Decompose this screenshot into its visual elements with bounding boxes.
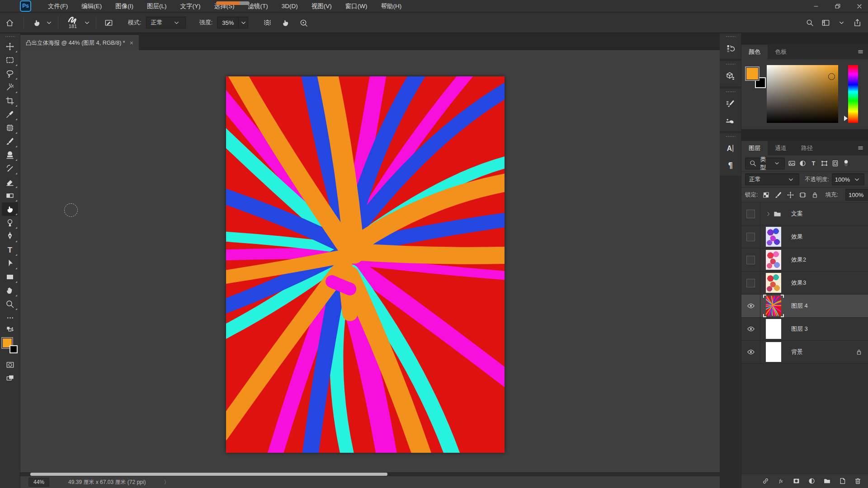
- background-color-swatch[interactable]: [9, 345, 18, 353]
- filter-toggle-switch[interactable]: [842, 160, 850, 167]
- menu-type[interactable]: 文字(Y): [174, 0, 208, 12]
- share-icon[interactable]: [853, 19, 862, 27]
- brushes-panel-icon[interactable]: [722, 112, 740, 129]
- hue-slider-marker[interactable]: [844, 116, 848, 121]
- panel-menu-icon[interactable]: [857, 144, 864, 152]
- lock-image-pixels-icon[interactable]: [774, 191, 782, 199]
- fill-input[interactable]: 100%: [845, 189, 868, 201]
- layer-visibility-checkbox[interactable]: [741, 249, 760, 271]
- layer-effects-icon[interactable]: fx: [777, 477, 785, 485]
- lock-position-icon[interactable]: [787, 191, 794, 199]
- saturation-brightness-field[interactable]: [767, 65, 838, 123]
- shape-tool[interactable]: [2, 270, 18, 284]
- lock-all-icon[interactable]: [811, 191, 819, 199]
- brush-preset-picker[interactable]: 181: [63, 17, 83, 29]
- swap-colors-icon[interactable]: [2, 324, 18, 335]
- workspace-layout-icon[interactable]: [821, 19, 830, 27]
- canvas[interactable]: [226, 76, 505, 453]
- history-panel-icon[interactable]: [722, 40, 740, 57]
- finger-paint-icon[interactable]: [276, 19, 294, 27]
- marquee-tool[interactable]: [2, 53, 18, 67]
- panel-grip[interactable]: [726, 136, 736, 138]
- magic-wand-tool[interactable]: [2, 80, 18, 94]
- layer-thumbnail[interactable]: [766, 250, 781, 270]
- new-group-icon[interactable]: [823, 477, 831, 485]
- canvas-artwork[interactable]: [226, 76, 505, 453]
- dodge-tool[interactable]: [2, 216, 18, 230]
- filter-adjustment-icon[interactable]: [799, 160, 807, 167]
- clone-stamp-tool[interactable]: [2, 148, 18, 162]
- eraser-tool[interactable]: [2, 175, 18, 189]
- layer-thumbnail[interactable]: [766, 296, 781, 316]
- ellipsis-icon[interactable]: [2, 311, 18, 324]
- home-icon[interactable]: [0, 19, 19, 27]
- filter-smart-object-icon[interactable]: [831, 160, 839, 167]
- menu-help[interactable]: 帮助(H): [374, 0, 408, 12]
- lasso-tool[interactable]: [2, 67, 18, 80]
- layer-name[interactable]: 图层 3: [791, 325, 868, 333]
- layer-row-7[interactable]: 背景: [741, 341, 868, 364]
- close-icon[interactable]: [854, 1, 864, 11]
- move-tool[interactable]: [2, 40, 18, 53]
- opacity-input[interactable]: 100%: [832, 174, 864, 185]
- layer-thumbnail[interactable]: [766, 319, 781, 339]
- workspace-chevron-icon[interactable]: [837, 19, 846, 27]
- menu-3d[interactable]: 3D(D): [275, 0, 305, 12]
- screen-mode-icon[interactable]: [2, 371, 18, 385]
- horizontal-scrollbar-thumb[interactable]: [30, 473, 387, 476]
- document-tab[interactable]: 凸出立体海报 @ 44% (图层 4, RGB/8) * ×: [20, 35, 139, 50]
- brush-settings-panel-icon[interactable]: [722, 95, 740, 112]
- tab-color-色板[interactable]: 色板: [768, 45, 794, 59]
- layer-row-5[interactable]: 图层 4: [741, 295, 868, 318]
- filter-image-icon[interactable]: [788, 160, 796, 167]
- new-adjustment-layer-icon[interactable]: [808, 477, 816, 485]
- toggle-brush-panel-icon[interactable]: [101, 19, 116, 27]
- layer-name[interactable]: 效果3: [791, 279, 868, 287]
- layer-name[interactable]: 效果2: [791, 256, 868, 264]
- layer-thumbnail[interactable]: [766, 342, 781, 362]
- tab-layers-路径[interactable]: 路径: [794, 141, 820, 155]
- layer-visibility-eye-icon[interactable]: [741, 295, 760, 317]
- tool-preset-chevron-icon[interactable]: [45, 19, 53, 27]
- toolbar-grip[interactable]: [5, 36, 15, 38]
- panel-grip[interactable]: [726, 63, 736, 66]
- link-layers-icon[interactable]: [762, 477, 769, 485]
- layer-row-4[interactable]: 效果3: [741, 272, 868, 295]
- panel-menu-icon[interactable]: [857, 48, 864, 56]
- eyedropper-tool[interactable]: [2, 108, 18, 121]
- filter-shape-icon[interactable]: [821, 160, 828, 167]
- menu-edit[interactable]: 编辑(E): [75, 0, 108, 12]
- layer-name[interactable]: 文案: [791, 210, 868, 218]
- 3d-panel-icon[interactable]: [722, 67, 740, 84]
- history-brush-tool[interactable]: [2, 162, 18, 175]
- lock-artboard-icon[interactable]: [799, 191, 807, 199]
- panel-grip[interactable]: [726, 36, 736, 38]
- symmetry-icon[interactable]: [258, 19, 276, 27]
- delete-layer-icon[interactable]: [854, 477, 862, 485]
- tab-close-icon[interactable]: ×: [130, 39, 133, 47]
- active-tool-icon[interactable]: [28, 19, 45, 27]
- add-layer-mask-icon[interactable]: [793, 477, 800, 485]
- strength-input[interactable]: 35%: [217, 17, 248, 28]
- blend-mode-select[interactable]: 正常: [745, 174, 799, 185]
- layer-name[interactable]: 效果: [791, 233, 868, 241]
- paragraph-panel-icon[interactable]: ¶: [722, 157, 740, 174]
- filter-type-icon[interactable]: T: [810, 160, 817, 167]
- menu-window[interactable]: 窗口(W): [339, 0, 374, 12]
- menu-image[interactable]: 图像(I): [108, 0, 140, 12]
- layer-thumbnail[interactable]: [766, 227, 781, 247]
- mode-select[interactable]: 正常: [146, 17, 186, 28]
- lock-transparent-pixels-icon[interactable]: [762, 191, 770, 199]
- group-expand-chevron-icon[interactable]: [765, 211, 771, 217]
- zoom-tool[interactable]: [2, 297, 18, 311]
- layer-row-3[interactable]: 效果2: [741, 249, 868, 272]
- color-picker-marker[interactable]: [828, 73, 835, 80]
- new-layer-icon[interactable]: [839, 477, 846, 485]
- type-tool[interactable]: T: [2, 243, 18, 257]
- layer-row-1[interactable]: 文案: [741, 202, 868, 225]
- layer-filter-select[interactable]: 类型: [745, 158, 785, 169]
- layer-row-6[interactable]: 图层 3: [741, 318, 868, 341]
- healing-brush-tool[interactable]: [2, 121, 18, 135]
- gradient-tool[interactable]: [2, 189, 18, 202]
- foreground-color-swatch[interactable]: [746, 67, 759, 80]
